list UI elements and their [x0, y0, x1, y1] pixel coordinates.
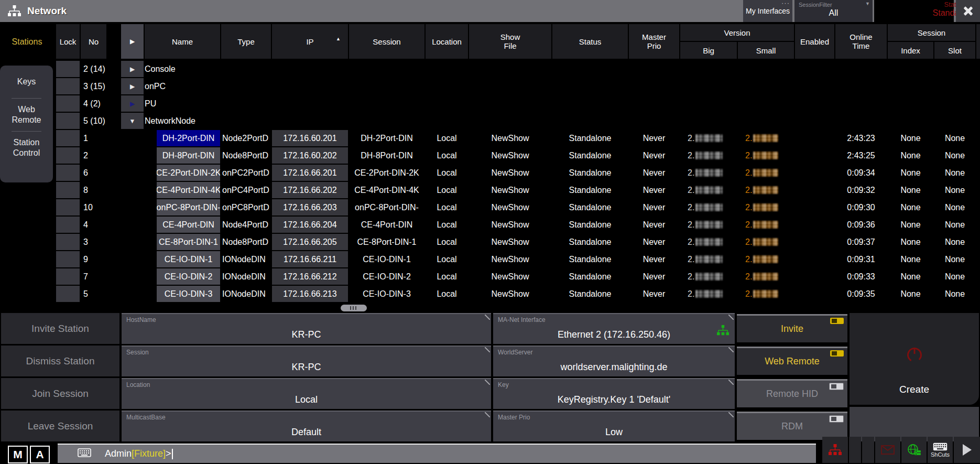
header-location[interactable]: Location: [426, 24, 468, 59]
expander-cell[interactable]: ▼: [121, 113, 144, 129]
session-cell[interactable]: CE-8Port-DIN-1: [349, 234, 424, 250]
show-file-cell[interactable]: NewShow: [469, 234, 551, 250]
version-small-cell[interactable]: 2.: [738, 165, 794, 181]
session-cell[interactable]: DH-8Port-DIN: [349, 147, 424, 164]
version-small-cell[interactable]: 2.: [738, 217, 794, 233]
session-index-cell[interactable]: None: [888, 234, 933, 250]
lock-cell[interactable]: [56, 286, 80, 302]
master-prio-cell[interactable]: Never: [629, 147, 679, 164]
location-cell[interactable]: Local: [426, 130, 468, 146]
my-interfaces-button[interactable]: ··· My Interfaces: [743, 0, 792, 22]
header-session-slot[interactable]: Slot: [934, 42, 975, 59]
type-cell[interactable]: Node2PortD: [221, 130, 271, 146]
session-index-cell[interactable]: None: [888, 199, 933, 215]
field-key[interactable]: KeyKeyRegistry.Key 1 'Default': [493, 378, 735, 409]
toggle-button-invite[interactable]: Invite: [737, 314, 847, 342]
location-cell[interactable]: Local: [426, 268, 468, 285]
header-no[interactable]: No: [81, 24, 106, 59]
version-small-cell[interactable]: 2.: [738, 234, 794, 250]
version-big-cell[interactable]: 2.: [680, 182, 737, 198]
show-file-cell[interactable]: NewShow: [469, 286, 551, 302]
status-cell[interactable]: Standalone: [552, 268, 628, 285]
no-cell[interactable]: 2: [81, 147, 106, 164]
no-cell[interactable]: 9: [81, 251, 106, 267]
ip-cell[interactable]: 172.16.66.201: [272, 165, 348, 181]
worldserver-button[interactable]: [901, 437, 927, 463]
version-small-cell[interactable]: 2.: [738, 199, 794, 215]
session-cell[interactable]: CE-4Port-DIN-4K: [349, 182, 424, 198]
session-cell[interactable]: DH-2Port-DIN: [349, 130, 424, 146]
session-index-cell[interactable]: None: [888, 268, 933, 285]
header-type[interactable]: Type: [221, 24, 271, 59]
type-cell[interactable]: Node4PortD: [221, 217, 271, 233]
version-small-cell[interactable]: 2.: [738, 130, 794, 146]
session-slot-cell[interactable]: None: [934, 234, 975, 250]
field-master-prio[interactable]: Master PrioLow: [493, 411, 735, 441]
name-cell[interactable]: DH-8Port-DIN: [157, 147, 220, 164]
version-big-cell[interactable]: 2.: [680, 234, 737, 250]
header-status[interactable]: Status: [552, 24, 628, 59]
online-time-cell[interactable]: 2:43:25: [835, 147, 887, 164]
enabled-cell[interactable]: [795, 268, 834, 285]
lock-cell[interactable]: [56, 268, 80, 285]
no-cell[interactable]: 2 (14): [81, 61, 106, 77]
session-index-cell[interactable]: None: [888, 182, 933, 198]
type-cell[interactable]: Node8PortD: [221, 234, 271, 250]
no-cell[interactable]: 8: [81, 182, 106, 198]
ip-cell[interactable]: 172.16.66.213: [272, 286, 348, 302]
location-cell[interactable]: Local: [426, 182, 468, 198]
header-version-small[interactable]: Small: [738, 42, 794, 59]
no-cell[interactable]: 4: [81, 217, 106, 233]
session-index-cell[interactable]: None: [888, 165, 933, 181]
name-cell[interactable]: onPC-8Port-DIN-: [157, 199, 220, 215]
location-cell[interactable]: Local: [426, 147, 468, 164]
master-prio-cell[interactable]: Never: [629, 165, 679, 181]
header-master-prio[interactable]: Master Prio: [629, 24, 679, 59]
session-cell[interactable]: CE-4Port-DIN: [349, 217, 424, 233]
version-big-cell[interactable]: 2.: [680, 165, 737, 181]
header-expander[interactable]: ▶: [121, 24, 144, 59]
enabled-cell[interactable]: [795, 165, 834, 181]
type-cell[interactable]: onPC2PortD: [221, 165, 271, 181]
create-session-button[interactable]: Create: [850, 313, 979, 405]
ip-cell[interactable]: 172.16.60.202: [272, 147, 348, 164]
version-small-cell[interactable]: 2.: [738, 147, 794, 164]
version-big-cell[interactable]: 2.: [680, 268, 737, 285]
field-hostname[interactable]: HostNameKR-PC: [122, 313, 491, 344]
version-big-cell[interactable]: 2.: [680, 199, 737, 215]
session-slot-cell[interactable]: None: [934, 286, 975, 302]
enabled-cell[interactable]: [795, 130, 834, 146]
version-big-cell[interactable]: 2.: [680, 147, 737, 164]
show-file-cell[interactable]: NewShow: [469, 165, 551, 181]
shortcuts-button[interactable]: ShCuts: [928, 437, 953, 463]
horizontal-scrollbar-handle[interactable]: [341, 305, 367, 311]
name-cell[interactable]: CE-IO-DIN-1: [157, 251, 220, 267]
ip-cell[interactable]: 172.16.60.201: [272, 130, 348, 146]
no-cell[interactable]: 10: [81, 199, 106, 215]
toggle-button-rdm[interactable]: RDM: [737, 412, 847, 440]
lock-cell[interactable]: [56, 78, 80, 94]
status-cell[interactable]: Standalone: [552, 165, 628, 181]
session-index-cell[interactable]: None: [888, 147, 933, 164]
status-cell[interactable]: Standalone: [552, 217, 628, 233]
messages-button[interactable]: [875, 437, 900, 463]
type-cell[interactable]: Node8PortD: [221, 147, 271, 164]
header-name[interactable]: Name: [145, 24, 220, 59]
play-macro-button[interactable]: [954, 437, 980, 463]
name-cell[interactable]: CE-4Port-DIN-4K: [157, 182, 220, 198]
header-online-time[interactable]: Online Time: [835, 24, 887, 59]
lock-cell[interactable]: [56, 113, 80, 129]
close-button[interactable]: [956, 0, 980, 22]
session-slot-cell[interactable]: None: [934, 130, 975, 146]
session-index-cell[interactable]: None: [888, 286, 933, 302]
expander-cell[interactable]: ▶: [121, 61, 144, 77]
session-slot-cell[interactable]: None: [934, 268, 975, 285]
enabled-cell[interactable]: [795, 286, 834, 302]
online-time-cell[interactable]: 0:09:30: [835, 199, 887, 215]
ip-cell[interactable]: 172.16.66.205: [272, 234, 348, 250]
group-name-cell[interactable]: onPC: [145, 78, 980, 94]
show-file-cell[interactable]: NewShow: [469, 268, 551, 285]
status-cell[interactable]: Standalone: [552, 199, 628, 215]
no-cell[interactable]: 3: [81, 234, 106, 250]
no-cell[interactable]: 3 (15): [81, 78, 106, 94]
